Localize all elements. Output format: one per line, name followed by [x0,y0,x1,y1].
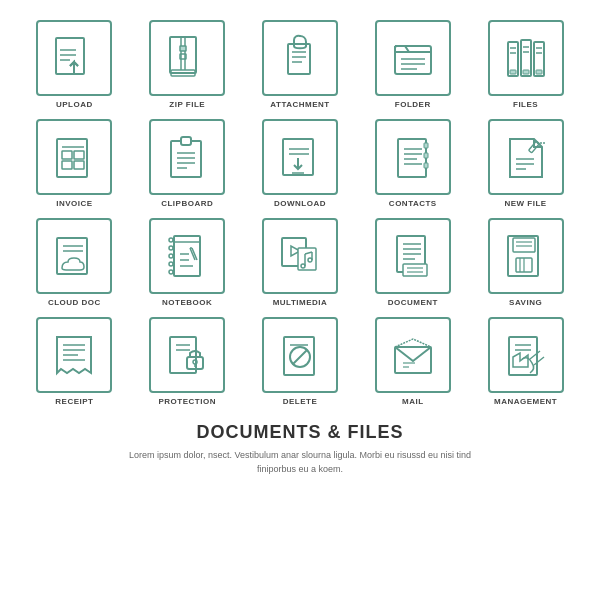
icon-new-file: NEW FILE [471,119,580,208]
icon-cloud-doc: CLOUD DOC [20,218,129,307]
svg-line-125 [534,357,544,365]
icon-box-management [488,317,564,393]
management-label: MANAGEMENT [494,397,557,406]
files-label: FILES [513,100,538,109]
svg-rect-31 [536,70,542,74]
attachment-label: ATTACHMENT [270,100,329,109]
svg-point-63 [543,142,545,144]
saving-label: SAVING [509,298,542,307]
icon-box-attachment [262,20,338,96]
invoice-label: INVOICE [56,199,92,208]
svg-rect-16 [395,46,431,74]
icon-box-document [375,218,451,294]
icon-box-clipboard [149,119,225,195]
svg-rect-37 [74,161,84,169]
icon-box-receipt [36,317,112,393]
notebook-label: NOTEBOOK [162,298,212,307]
icon-invoice: INVOICE [20,119,129,208]
icon-box-zip [149,20,225,96]
svg-point-71 [169,254,173,258]
new-file-label: NEW FILE [504,199,546,208]
icon-box-notebook [149,218,225,294]
svg-point-61 [537,142,539,144]
icon-management: MANAGEMENT [471,317,580,406]
icon-box-files [488,20,564,96]
upload-label: UPLOAD [56,100,93,109]
icon-box-folder [375,20,451,96]
icon-box-new-file [488,119,564,195]
icons-grid: UPLOAD ZIP FILE [20,20,580,406]
icon-box-download [262,119,338,195]
svg-rect-52 [424,163,428,168]
svg-rect-34 [62,151,72,159]
icon-box-upload [36,20,112,96]
icon-multimedia: MULTIMEDIA [246,218,355,307]
icon-box-cloud-doc [36,218,112,294]
icon-mail: MAIL [358,317,467,406]
protection-label: PROTECTION [158,397,215,406]
icon-download: DOWNLOAD [246,119,355,208]
icon-box-contacts [375,119,451,195]
icon-protection: PROTECTION [133,317,242,406]
svg-line-116 [292,350,307,365]
clipboard-label: CLIPBOARD [161,199,213,208]
icon-box-delete [262,317,338,393]
icon-box-protection [149,317,225,393]
footer-text: Lorem ipsum dolor, nsect. Vestibulum ana… [110,449,490,476]
svg-point-62 [540,142,542,144]
svg-point-70 [169,246,173,250]
svg-rect-51 [424,153,428,158]
svg-rect-0 [56,38,84,74]
multimedia-label: MULTIMEDIA [273,298,328,307]
svg-rect-35 [74,151,84,159]
svg-rect-9 [180,46,186,51]
svg-rect-101 [513,238,535,252]
icon-folder: FOLDER [358,20,467,109]
icon-saving: SAVING [471,218,580,307]
contacts-label: CONTACTS [389,199,437,208]
svg-point-72 [169,262,173,266]
icon-receipt: RECEIPT [20,317,129,406]
icon-delete: DELETE [246,317,355,406]
icon-files: FILES [471,20,580,109]
icon-box-invoice [36,119,112,195]
svg-rect-5 [170,37,196,73]
icon-document: DOCUMENT [358,218,467,307]
receipt-label: RECEIPT [55,397,93,406]
icon-notebook: NOTEBOOK [133,218,242,307]
mail-label: MAIL [402,397,424,406]
svg-rect-30 [523,70,529,74]
svg-rect-39 [181,137,191,145]
svg-point-73 [169,270,173,274]
icon-upload: UPLOAD [20,20,129,109]
document-label: DOCUMENT [388,298,438,307]
download-label: DOWNLOAD [274,199,326,208]
zip-label: ZIP FILE [169,100,205,109]
folder-label: FOLDER [395,100,431,109]
svg-point-69 [169,238,173,242]
cloud-doc-label: CLOUD DOC [48,298,101,307]
svg-rect-29 [510,70,516,74]
icon-box-saving [488,218,564,294]
svg-rect-108 [170,337,196,373]
icon-box-multimedia [262,218,338,294]
svg-rect-36 [62,161,72,169]
footer-title: DOCUMENTS & FILES [110,422,490,443]
delete-label: DELETE [283,397,318,406]
svg-rect-49 [398,139,426,177]
icon-zip-file: ZIP FILE [133,20,242,109]
footer-section: DOCUMENTS & FILES Lorem ipsum dolor, nse… [110,422,490,476]
icon-attachment: ATTACHMENT [246,20,355,109]
svg-rect-94 [403,264,427,276]
svg-line-124 [530,351,540,359]
icon-contacts: CONTACTS [358,119,467,208]
svg-rect-50 [424,143,428,148]
icon-clipboard: CLIPBOARD [133,119,242,208]
svg-rect-38 [171,141,201,177]
icon-box-mail [375,317,451,393]
